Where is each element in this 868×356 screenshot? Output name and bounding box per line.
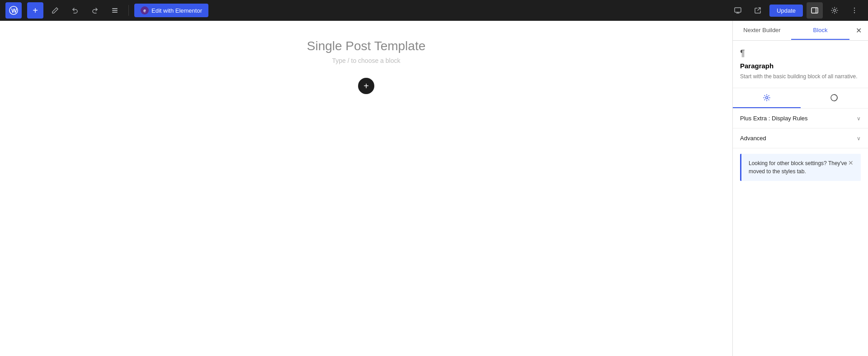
svg-rect-4 [112, 12, 118, 13]
toolbar-divider [128, 5, 129, 16]
svg-point-8 [854, 8, 855, 9]
editor-area: Single Post Template Type / to choose a … [0, 21, 732, 356]
advanced-item[interactable]: Advanced ∨ [733, 128, 868, 148]
advanced-label: Advanced [740, 135, 766, 142]
paragraph-desc: Start with the basic building block of a… [740, 72, 861, 81]
edit-mode-button[interactable] [47, 2, 63, 19]
svg-rect-6 [811, 8, 818, 13]
notification-text: Looking for other block settings? They'v… [749, 159, 848, 176]
add-block-button[interactable]: + [27, 2, 43, 19]
svg-point-9 [854, 10, 855, 11]
right-panel-icon-row [733, 88, 868, 109]
svg-rect-5 [735, 8, 741, 12]
post-subtitle: Type / to choose a block [27, 57, 705, 64]
paragraph-info: ¶ Paragraph Start with the basic buildin… [733, 41, 868, 88]
add-block-circle-button[interactable]: + [358, 78, 374, 94]
notification-close-button[interactable]: ✕ [848, 159, 854, 166]
styles-tab-button[interactable] [801, 88, 868, 108]
view-external-button[interactable] [750, 2, 766, 19]
add-block-area: + [0, 73, 732, 99]
right-panel-close-button[interactable]: ✕ [849, 21, 868, 40]
display-rules-item[interactable]: Plus Extra : Display Rules ∨ [733, 109, 868, 128]
display-rules-label: Plus Extra : Display Rules [740, 115, 808, 122]
settings-button[interactable] [826, 2, 843, 19]
editor-canvas: Single Post Template Type / to choose a … [0, 21, 732, 356]
redo-button[interactable] [87, 2, 103, 19]
notification-bar: Looking for other block settings? They'v… [740, 154, 861, 181]
display-rules-arrow: ∨ [857, 115, 861, 122]
settings-tab-button[interactable] [733, 88, 801, 108]
paragraph-icon: ¶ [740, 48, 861, 58]
svg-point-10 [854, 12, 855, 13]
svg-text:W: W [11, 7, 17, 14]
post-title: Single Post Template [27, 39, 705, 53]
post-title-area: Single Post Template Type / to choose a … [0, 21, 732, 73]
svg-point-36 [765, 97, 768, 99]
main-layout: Single Post Template Type / to choose a … [0, 21, 868, 356]
tab-block[interactable]: Block [791, 21, 849, 40]
advanced-arrow: ∨ [857, 135, 861, 142]
paragraph-title: Paragraph [740, 62, 861, 70]
svg-point-7 [834, 9, 836, 12]
list-view-button[interactable] [107, 2, 123, 19]
sidebar-toggle-button[interactable] [807, 2, 823, 19]
wp-logo[interactable]: W [5, 2, 22, 19]
svg-rect-3 [112, 10, 118, 11]
edit-elementor-button[interactable]: e Edit with Elementor [134, 4, 208, 17]
update-button[interactable]: Update [769, 5, 803, 17]
svg-rect-2 [112, 8, 118, 9]
toolbar-right: Update [730, 2, 863, 19]
right-panel: Nexter Builder Block ✕ ¶ Paragraph Start… [732, 21, 868, 356]
right-panel-sections: Plus Extra : Display Rules ∨ Advanced ∨ [733, 109, 868, 148]
undo-button[interactable] [67, 2, 83, 19]
tab-nexter-builder[interactable]: Nexter Builder [733, 21, 791, 40]
toolbar: W + e Edit with Elementor Update [0, 0, 868, 21]
view-desktop-button[interactable] [730, 2, 746, 19]
elementor-icon: e [141, 6, 149, 14]
right-panel-tabs: Nexter Builder Block ✕ [733, 21, 868, 41]
more-options-button[interactable] [846, 2, 863, 19]
